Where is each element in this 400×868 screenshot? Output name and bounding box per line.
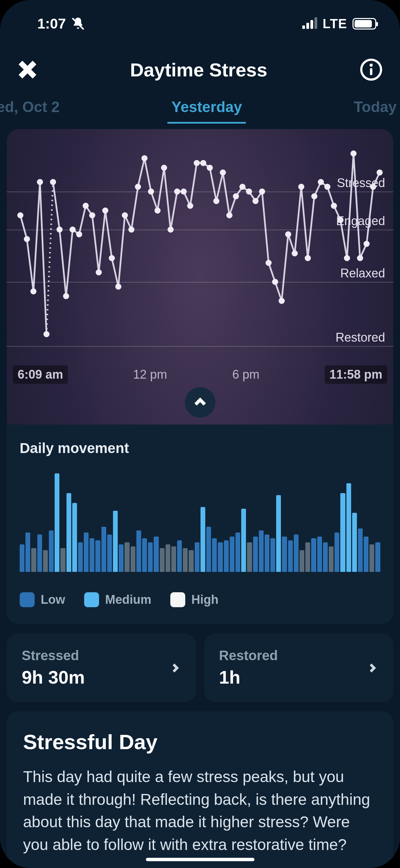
stat-row: Stressed 9h 30m Restored 1h (7, 634, 393, 702)
movement-bar (37, 535, 42, 572)
svg-point-38 (226, 212, 232, 218)
movement-bar (369, 544, 374, 572)
svg-point-21 (115, 284, 121, 290)
movement-bar (253, 537, 258, 572)
x-tick-start: 6:09 am (13, 365, 68, 384)
svg-point-34 (200, 160, 206, 166)
battery-icon (353, 18, 376, 30)
movement-bar (265, 535, 269, 572)
movement-bar (329, 546, 334, 572)
movement-bar (270, 538, 275, 572)
legend-medium: Medium (84, 592, 151, 607)
svg-point-10 (43, 331, 50, 337)
svg-point-50 (305, 255, 311, 261)
movement-bar (241, 509, 246, 572)
movement-bar (107, 535, 112, 572)
svg-point-52 (318, 179, 324, 185)
stat-value: 9h 30m (22, 667, 85, 688)
svg-point-53 (324, 184, 330, 190)
stress-chart-card: StressedEngagedRelaxedRestored 6:09 am 1… (7, 129, 393, 624)
chevron-right-icon (169, 662, 181, 674)
svg-point-33 (194, 160, 200, 166)
zone-label: Restored (336, 330, 385, 345)
svg-point-25 (141, 155, 148, 161)
svg-point-51 (311, 193, 317, 199)
home-indicator[interactable] (146, 858, 254, 861)
cellular-signal-icon (302, 19, 317, 29)
date-tab-next[interactable]: Today (354, 95, 397, 119)
network-label: LTE (323, 17, 347, 31)
movement-bar (119, 544, 123, 572)
svg-point-9 (37, 179, 43, 185)
movement-bar (294, 535, 299, 572)
zone-label: Engaged (336, 214, 385, 228)
movement-bar (317, 537, 322, 572)
movement-bar (148, 542, 153, 572)
stress-chart[interactable]: StressedEngagedRelaxedRestored 6:09 am 1… (7, 129, 393, 424)
movement-legend: Low Medium High (20, 592, 380, 607)
legend-high: High (170, 592, 218, 607)
movement-bar (375, 542, 380, 572)
info-icon[interactable] (359, 58, 383, 82)
movement-bar (31, 548, 36, 572)
svg-rect-5 (370, 68, 372, 75)
movement-bar (171, 546, 176, 572)
movement-title: Daily movement (20, 440, 380, 456)
collapse-chart-button[interactable] (185, 387, 215, 418)
svg-point-7 (24, 236, 30, 242)
movement-bar (43, 550, 48, 572)
summary-body: This day had quite a few stress peaks, b… (23, 765, 377, 856)
movement-bar (55, 473, 59, 572)
svg-point-39 (233, 193, 239, 199)
movement-bar (72, 503, 77, 572)
movement-bar (49, 530, 54, 572)
movement-bar (131, 546, 135, 572)
close-icon[interactable] (17, 59, 38, 80)
movement-bar (352, 513, 357, 572)
stat-value: 1h (219, 667, 278, 688)
svg-point-8 (31, 288, 37, 294)
stat-label: Stressed (22, 648, 85, 663)
movement-bar (189, 550, 193, 572)
date-tab-active[interactable]: Yesterday (171, 95, 242, 119)
movement-bar (300, 550, 304, 572)
svg-point-18 (96, 269, 102, 275)
movement-bar (323, 542, 328, 572)
summary-title: Stressful Day (23, 730, 377, 754)
svg-point-28 (161, 165, 167, 171)
movement-bar (142, 538, 147, 572)
swatch-low-icon (20, 592, 35, 607)
svg-point-37 (220, 169, 226, 176)
x-axis: 6:09 am 12 pm 6 pm 11:58 pm (7, 365, 393, 384)
date-tab-prev[interactable]: ed, Oct 2 (0, 95, 60, 119)
date-tabs: ed, Oct 2 Yesterday Today (7, 95, 393, 126)
stat-card-restored[interactable]: Restored 1h (204, 634, 394, 702)
svg-point-42 (252, 198, 259, 204)
svg-point-49 (298, 184, 304, 190)
page-header: Daytime Stress (7, 48, 393, 95)
swatch-medium-icon (84, 592, 99, 607)
movement-bar (101, 527, 106, 572)
svg-point-57 (350, 150, 357, 157)
svg-point-6 (17, 212, 23, 218)
chevron-up-icon (192, 395, 208, 410)
movement-bar (95, 540, 100, 572)
page-title: Daytime Stress (130, 59, 267, 81)
movement-bar (364, 537, 368, 572)
stat-label: Restored (219, 648, 278, 663)
movement-bar (218, 542, 223, 572)
movement-bar (84, 532, 89, 572)
svg-point-56 (344, 255, 350, 261)
svg-point-15 (76, 231, 82, 237)
stat-card-stressed[interactable]: Stressed 9h 30m (7, 634, 196, 702)
movement-bar-chart[interactable] (20, 473, 380, 572)
svg-point-54 (331, 203, 337, 209)
bell-slash-icon (71, 16, 85, 31)
movement-bar (20, 544, 24, 572)
movement-bar (25, 532, 30, 572)
movement-bar (201, 507, 205, 572)
movement-bar (125, 542, 129, 572)
svg-point-20 (109, 255, 115, 261)
svg-point-17 (89, 212, 95, 218)
movement-bar (113, 511, 118, 572)
